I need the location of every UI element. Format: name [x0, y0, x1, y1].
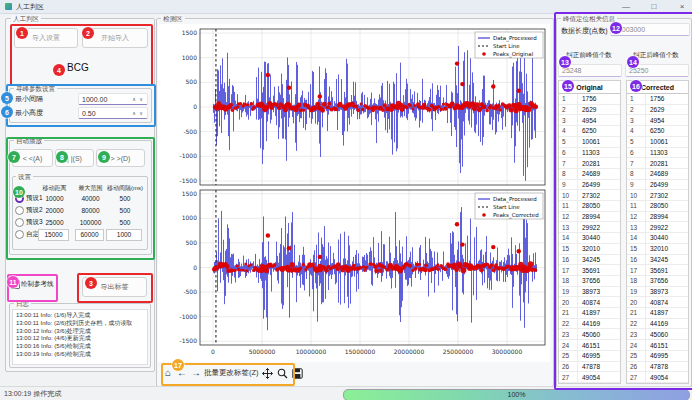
table-row[interactable]: 1228994	[559, 212, 620, 223]
peak-value: 26499	[646, 181, 668, 188]
table-row[interactable]: 1430440	[559, 233, 620, 244]
start-import-button[interactable]: 开始导入	[82, 28, 148, 48]
table-row[interactable]: 11756	[627, 94, 688, 105]
table-row[interactable]: 824689	[627, 169, 688, 180]
save-icon[interactable]	[292, 368, 303, 379]
log-entry: 13:00:19 Info: (6/6)绘制完成	[16, 351, 147, 359]
preset-radio[interactable]	[15, 206, 24, 215]
table-row[interactable]: 1938973	[559, 287, 620, 298]
table-row[interactable]: 2546995	[627, 351, 688, 362]
table-row[interactable]: 510061	[559, 137, 620, 148]
row-index: 19	[627, 287, 646, 297]
table-row[interactable]: 2040874	[559, 297, 620, 308]
preset-col-header: 移动距离	[38, 184, 71, 193]
table-row[interactable]: 1634245	[627, 255, 688, 266]
table-row[interactable]: 2244169	[627, 319, 688, 330]
table-row[interactable]: 1027302	[559, 190, 620, 201]
preset-radio[interactable]	[15, 230, 24, 239]
table-row[interactable]: 2647878	[559, 362, 620, 373]
table-row[interactable]: 2546995	[559, 351, 620, 362]
table-row[interactable]: 22629	[559, 105, 620, 116]
table-row[interactable]: 2345060	[559, 329, 620, 340]
status-message: 13:00:19 操作完成	[4, 389, 61, 399]
batch-edit-labels-button[interactable]: 批量更改标签(Z)	[204, 367, 259, 379]
table-row[interactable]: 2749054	[627, 372, 688, 383]
table-row[interactable]: 720281	[627, 158, 688, 169]
table-row[interactable]: 1128050	[559, 201, 620, 212]
top-chart[interactable]: 150010005000-500-1000-1500Data_Processed…	[158, 26, 550, 188]
close-button[interactable]: ×	[674, 1, 690, 12]
table-row[interactable]: 1532010	[559, 244, 620, 255]
spinner-arrows-icon[interactable]: ∧ ∨	[132, 96, 144, 102]
log-entry: 13:00:11 Info: (2/6)找到历史存档，成功读取	[16, 320, 147, 328]
table-row[interactable]: 1735691	[627, 265, 688, 276]
preset-custom-input[interactable]: 60000	[75, 229, 104, 241]
table-row[interactable]: 1430440	[627, 233, 688, 244]
pan-icon[interactable]	[262, 368, 273, 379]
table-row[interactable]: 46250	[559, 126, 620, 137]
table-row[interactable]: 611303	[559, 148, 620, 159]
table-row[interactable]: 1532010	[627, 244, 688, 255]
table-row[interactable]: 2647878	[627, 362, 688, 373]
log-list[interactable]: 13:00:11 Info: (1/6)导入完成13:00:11 Info: (…	[12, 309, 148, 365]
table-row[interactable]: 2141897	[559, 308, 620, 319]
table-row[interactable]: 1837656	[627, 276, 688, 287]
table-row[interactable]: 611303	[627, 148, 688, 159]
table-row[interactable]: 1128050	[627, 201, 688, 212]
table-row[interactable]: 1938973	[627, 287, 688, 298]
table-row[interactable]: 720281	[559, 158, 620, 169]
log-entry: 13:00:11 Info: (1/6)导入完成	[16, 312, 147, 320]
forward-icon[interactable]: →	[190, 367, 202, 379]
row-index: 27	[559, 372, 578, 382]
table-row[interactable]: 824689	[559, 169, 620, 180]
zoom-icon[interactable]	[277, 368, 288, 379]
autoplay-pause-button[interactable]: | |(S)	[55, 149, 94, 167]
spinner-arrows-icon[interactable]: ∧ ∨	[132, 110, 144, 116]
bottom-chart[interactable]: 150010005000-500-1000-150005000000100000…	[158, 188, 550, 360]
preset-radio[interactable]	[15, 194, 24, 203]
preset-custom-input[interactable]: 1000	[106, 229, 142, 241]
corrected-peaks-table[interactable]: Corrected1175622629349544625051006161130…	[626, 80, 689, 384]
table-row[interactable]: 22629	[627, 105, 688, 116]
table-row[interactable]: 1634245	[559, 255, 620, 266]
reference-line-checkbox[interactable]	[11, 280, 20, 289]
table-row[interactable]: 1735691	[559, 265, 620, 276]
min-height-spinbox[interactable]: 0.50 ∧ ∨	[78, 107, 148, 119]
table-row[interactable]: 510061	[627, 137, 688, 148]
table-row[interactable]: 1837656	[559, 276, 620, 287]
table-row[interactable]: 2446151	[559, 340, 620, 351]
table-row[interactable]: 34954	[559, 115, 620, 126]
import-settings-button[interactable]: 导入设置	[14, 28, 78, 48]
table-row[interactable]: 2040874	[627, 297, 688, 308]
table-row[interactable]: 926499	[627, 180, 688, 191]
table-row[interactable]: 2141897	[627, 308, 688, 319]
autoplay-next-button[interactable]: > >(D)	[96, 149, 145, 167]
table-row[interactable]: 2446151	[627, 340, 688, 351]
minimize-button[interactable]: —	[618, 1, 634, 12]
autoplay-prev-button[interactable]: < <(A)	[12, 149, 53, 167]
min-interval-spinbox[interactable]: 1000.00 ∧ ∨	[78, 93, 148, 105]
row-index: 23	[559, 329, 578, 339]
home-icon[interactable]: ⌂	[162, 367, 174, 379]
preset-radio[interactable]	[15, 218, 24, 227]
table-row[interactable]: 1228994	[627, 212, 688, 223]
table-row[interactable]: 1027302	[627, 190, 688, 201]
maximize-button[interactable]: □	[646, 1, 662, 12]
peak-value: 47878	[646, 363, 668, 370]
table-row[interactable]: 11756	[559, 94, 620, 105]
table-row[interactable]: 1329922	[627, 222, 688, 233]
back-icon[interactable]: ←	[176, 367, 188, 379]
table-row[interactable]: 46250	[627, 126, 688, 137]
table-row[interactable]: 2749054	[559, 372, 620, 383]
peak-value: 38973	[578, 288, 600, 295]
table-row[interactable]: 926499	[559, 180, 620, 191]
table-row[interactable]: 2345060	[627, 329, 688, 340]
table-row[interactable]: 34954	[627, 115, 688, 126]
export-labels-button[interactable]: 导出标签	[82, 277, 147, 297]
table-row[interactable]: 2244169	[559, 319, 620, 330]
original-peaks-table[interactable]: Original11756226293495446250510061611303…	[558, 80, 621, 384]
table-row[interactable]: 1329922	[559, 222, 620, 233]
svg-text:-1500: -1500	[180, 177, 198, 184]
preset-custom-input[interactable]: 15000	[38, 229, 69, 241]
table-header: Original	[559, 81, 620, 94]
